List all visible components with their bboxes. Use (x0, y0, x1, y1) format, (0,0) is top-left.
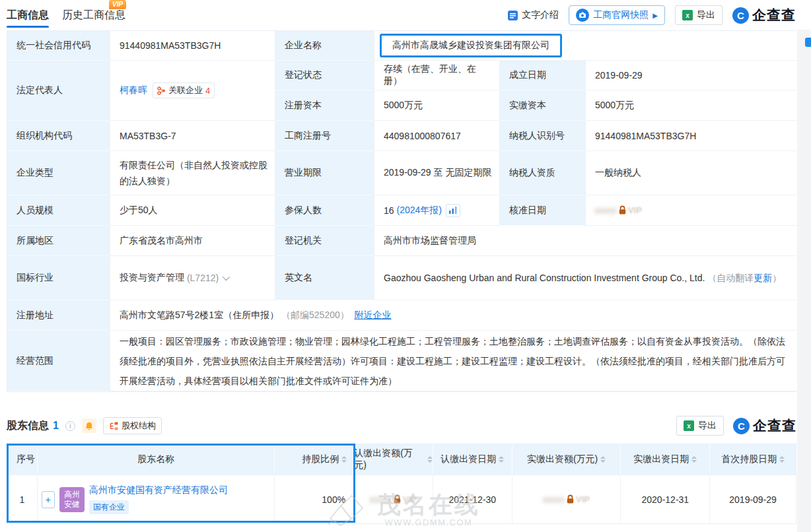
info-icon[interactable]: i (65, 421, 75, 431)
sort-icon (779, 456, 785, 463)
reg-capital-value: 5000万元 (374, 90, 500, 121)
shareholder-title: 股东信息 (7, 419, 49, 433)
credit-code-value: 91440981MA53TB3G7H (110, 31, 275, 61)
shareholder-avatar: 高州 安健 (59, 487, 85, 512)
business-term-label: 营业期限 (275, 151, 374, 195)
english-name-value: Gaozhou Gaosheng Urban and Rural Constru… (384, 273, 705, 283)
related-companies-badge[interactable]: 关联企业 4 (153, 83, 215, 98)
region-value: 广东省茂名市高州市 (110, 226, 275, 256)
vip-badge: VIP (109, 0, 126, 9)
shareholder-section-header: 股东信息 1 i 股权结构 x 导出 C 企查查 (7, 416, 796, 436)
qcc-logo-text: 企查查 (753, 416, 796, 435)
business-scope-label: 经营范围 (7, 331, 110, 391)
header-first-date-sort[interactable]: 首次持股日期 (710, 444, 796, 475)
arrow-right-icon: ▶ (652, 12, 658, 19)
official-snapshot-label: 工商官网快照 (593, 9, 649, 21)
side-toolbar-handle[interactable] (805, 38, 811, 47)
qcc-brand: C 企查查 (733, 416, 796, 435)
document-icon (508, 11, 518, 20)
reg-capital-label: 注册资本 (275, 90, 374, 121)
paid-capital-label: 实缴资本 (500, 90, 586, 121)
establish-date-label: 成立日期 (500, 61, 586, 90)
nearby-companies-link[interactable]: 附近企业 (355, 310, 392, 321)
qcc-logo-icon: C (732, 7, 749, 24)
industry-code: (L7212) (187, 273, 219, 283)
sort-icon (691, 456, 697, 463)
taxpayer-id-label: 纳税人识别号 (500, 121, 586, 151)
header-paid-date-sort[interactable]: 实缴出资日期 (621, 444, 710, 475)
header-subscribed-date-sort[interactable]: 认缴出资日期 (433, 444, 512, 475)
insured-cell: 16 (2024年报) (374, 195, 500, 226)
row-ratio: 100% (275, 475, 354, 523)
excel-icon: x (682, 10, 693, 20)
header-ratio-sort[interactable]: 持股比例 (275, 444, 354, 475)
reg-number-label: 工商注册号 (275, 121, 374, 151)
row-subscribed-amount: xxxx VIP (354, 475, 433, 523)
qcc-logo-text: 企查查 (752, 6, 796, 24)
auto-translate-note: （自动翻译 (707, 273, 754, 283)
approval-date-label: 核准日期 (500, 195, 586, 226)
taxpayer-quality-label: 纳税人资质 (500, 151, 586, 195)
address-cell: 高州市文笔路57号2楼1室（住所申报） （邮编525200） 附近企业 (110, 300, 797, 331)
header-subscribed-amount-sort[interactable]: 认缴出资额(万元) (354, 444, 433, 475)
active-tab-underline (7, 26, 49, 28)
shareholder-name-link[interactable]: 高州市安健国有资产经营有限公司 (89, 484, 228, 496)
qcc-business-info-page: 工商信息 历史工商信息 VIP 文字介绍 工商官网快照 ▶ x 导出 C 企查查… (0, 0, 811, 532)
industry-cell: 投资与资产管理 (L7212) (110, 256, 275, 300)
row-paid-amount: xxxx VIP (512, 475, 621, 523)
tab-history-business-info[interactable]: 历史工商信息 (62, 9, 125, 22)
shareholder-export-label: 导出 (698, 420, 717, 432)
export-button[interactable]: x 导出 (675, 5, 723, 25)
address-value: 高州市文笔路57号2楼1室（住所申报） (120, 310, 279, 321)
qcc-logo-icon: C (733, 418, 750, 434)
taxpayer-quality-value: 一般纳税人 (586, 151, 797, 195)
region-label: 所属地区 (7, 226, 110, 256)
sort-icon (600, 456, 606, 463)
chevron-down-icon[interactable] (223, 273, 230, 281)
excel-icon: x (684, 420, 694, 431)
text-intro-button[interactable]: 文字介绍 (508, 9, 559, 21)
establish-date-value: 2019-09-29 (586, 61, 797, 90)
english-name-label: 英文名 (275, 256, 374, 300)
vip-locked-value: xxxx VIP (543, 494, 590, 504)
staff-size-value: 少于50人 (110, 195, 275, 226)
translate-update-link[interactable]: 更新 (754, 273, 772, 283)
company-type-label: 企业类型 (7, 151, 110, 195)
taxpayer-id-value: 91440981MA53TB3G7H (586, 121, 797, 151)
sort-icon (499, 456, 504, 463)
related-companies-label: 关联企业 (168, 84, 203, 96)
header-actions: 文字介绍 工商官网快照 ▶ x 导出 C 企查查 (508, 5, 796, 26)
legal-rep-link[interactable]: 柯春晖 (120, 84, 147, 96)
header-paid-amount-sort[interactable]: 实缴出资额(万元) (512, 444, 621, 475)
text-intro-label: 文字介绍 (522, 9, 559, 21)
row-subscribed-date: 2021-12-30 (433, 475, 512, 523)
export-label: 导出 (697, 9, 715, 21)
business-scope-cell: 一般项目：园区管理服务；市政设施管理；物业管理；园林绿化工程施工；工程管理服务；… (110, 331, 797, 391)
camera-icon (576, 9, 589, 22)
shareholder-table-header: 序号 股东名称 持股比例 认缴出资额(万元) 认缴出资日期 实缴出资额(万元) … (7, 444, 796, 475)
sort-icon (427, 456, 433, 463)
reg-number-value: 440981000807617 (374, 121, 500, 151)
row-name-cell: + 高州 安健 高州市安健国有资产经营有限公司 国有企业 (38, 475, 275, 523)
annual-report-link[interactable]: (2024年报) (396, 205, 441, 216)
reg-authority-label: 登记机关 (275, 226, 374, 256)
official-snapshot-button[interactable]: 工商官网快照 ▶ (569, 5, 665, 25)
insured-trend-button[interactable] (446, 204, 460, 217)
equity-structure-label: 股权结构 (122, 420, 156, 432)
company-name-label: 企业名称 (275, 31, 374, 61)
bell-button[interactable] (82, 418, 96, 433)
address-label: 注册地址 (7, 300, 110, 331)
reg-status-label: 登记状态 (275, 61, 374, 90)
staff-size-label: 人员规模 (7, 195, 110, 226)
shareholder-export-button[interactable]: x 导出 (676, 416, 724, 436)
equity-structure-button[interactable]: 股权结构 (103, 417, 162, 434)
bell-icon (85, 422, 93, 430)
tab-business-info[interactable]: 工商信息 (7, 9, 49, 22)
reg-authority-value: 高州市市场监督管理局 (374, 226, 797, 256)
row-paid-date: 2020-12-31 (621, 475, 710, 523)
industry-label: 国标行业 (7, 256, 110, 300)
sort-icon (341, 456, 347, 463)
expand-button[interactable]: + (42, 491, 55, 508)
row-seq: 1 (7, 475, 38, 523)
right-gutter (797, 30, 811, 532)
